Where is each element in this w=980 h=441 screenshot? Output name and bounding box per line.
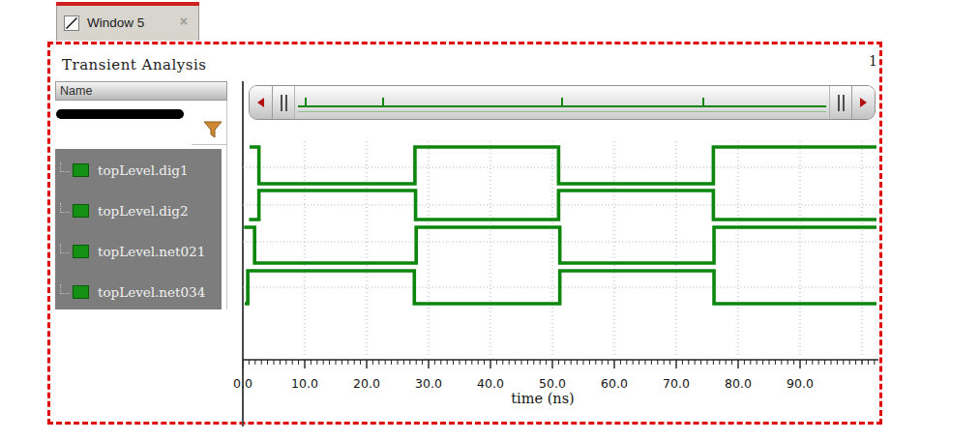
waveform-plot-canvas[interactable] <box>243 135 883 375</box>
signal-name: topLevel.net034 <box>98 284 205 300</box>
preview-transition-tick <box>382 98 384 107</box>
axis-tick-label: 10.0 <box>291 376 318 391</box>
right-arrow-icon <box>860 98 867 107</box>
signal-name: topLevel.dig1 <box>98 162 189 178</box>
x-axis-title: time (ns) <box>243 391 843 406</box>
axis-tick-label: 70.0 <box>663 376 690 391</box>
preview-transition-tick <box>561 98 563 107</box>
grip-line <box>285 95 287 111</box>
waveform-trace-topLevel.net021[interactable] <box>244 227 876 263</box>
waveform-viewer-window: Window 5 × Transient Analysis 1 Name top… <box>0 0 980 441</box>
page-title: Transient Analysis <box>62 56 207 74</box>
scroll-right-button[interactable] <box>851 86 875 119</box>
page-number: 1 <box>869 53 877 69</box>
tree-branch-icon <box>60 162 70 172</box>
horizontal-zoom-scrollbar[interactable] <box>249 85 876 120</box>
signal-name: topLevel.dig2 <box>98 203 189 219</box>
signal-item-dig2[interactable]: topLevel.dig2 <box>55 198 222 223</box>
tab-title: Window 5 <box>87 15 144 30</box>
axis-tick-label: 80.0 <box>725 376 752 391</box>
scroll-left-button[interactable] <box>250 86 273 119</box>
redacted-trace-bar <box>56 109 184 119</box>
axis-tick-label: 60.0 <box>601 376 628 391</box>
tab-active-indicator <box>56 2 199 6</box>
axis-tick-label: 40.0 <box>477 376 504 391</box>
signal-name: topLevel.net021 <box>98 244 205 259</box>
grip-line <box>838 95 840 111</box>
grip-line <box>281 95 282 111</box>
axis-tick-label: 0.0 <box>233 376 252 391</box>
preview-transition-tick <box>305 98 307 107</box>
signal-item-net021[interactable]: topLevel.net021 <box>55 239 222 264</box>
zoom-right-handle[interactable] <box>829 86 851 119</box>
trace-color-swatch <box>73 285 89 299</box>
waveform-window-icon <box>64 15 79 31</box>
preview-transition-tick <box>702 98 704 107</box>
scrollbar-track-waveform-preview[interactable] <box>295 86 829 119</box>
waveform-preview-shadow <box>298 111 826 112</box>
tab-close-icon[interactable]: × <box>180 15 188 28</box>
tree-branch-icon <box>60 203 70 213</box>
zoom-left-handle[interactable] <box>273 86 295 119</box>
x-axis-tick-labels: 0.010.020.030.040.050.060.070.080.090.0 <box>243 376 883 392</box>
axis-tick-label: 50.0 <box>539 376 566 391</box>
axis-tick-label: 90.0 <box>787 376 814 391</box>
panel-scroll-divider <box>226 101 227 309</box>
axis-tick-label: 30.0 <box>415 376 442 391</box>
signal-item-dig1[interactable]: topLevel.dig1 <box>55 158 222 183</box>
left-arrow-icon <box>257 98 264 107</box>
axis-tick-label: 20.0 <box>353 376 380 391</box>
tree-branch-icon <box>60 244 70 253</box>
panel-divider <box>192 144 227 145</box>
trace-color-swatch <box>73 163 89 177</box>
waveform-trace-topLevel.dig1[interactable] <box>250 147 876 184</box>
name-column-header[interactable]: Name <box>55 81 227 101</box>
trace-color-swatch <box>73 204 89 218</box>
waveform-trace-topLevel.dig2[interactable] <box>249 191 876 220</box>
tab-window5[interactable]: Window 5 × <box>56 2 199 41</box>
tree-branch-icon <box>60 284 70 294</box>
signal-item-net034[interactable]: topLevel.net034 <box>55 279 222 305</box>
filter-funnel-icon[interactable] <box>201 118 224 141</box>
signal-list: topLevel.dig1 topLevel.dig2 topLevel.net… <box>55 149 222 309</box>
grip-line <box>843 95 845 111</box>
trace-color-swatch <box>73 245 89 258</box>
